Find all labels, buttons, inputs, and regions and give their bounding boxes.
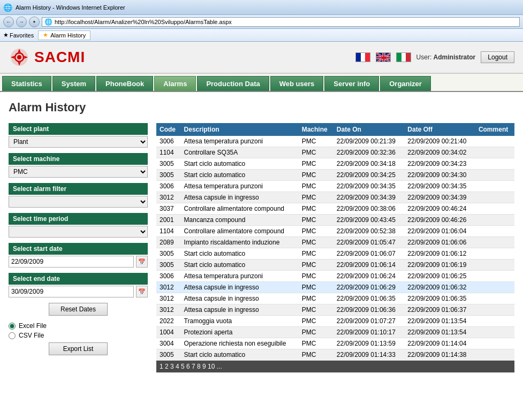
cell-date_on: 22/09/2009 01:13:59 — [333, 338, 405, 349]
pagination[interactable]: 1 2 3 4 5 6 7 8 9 10 ... — [156, 361, 514, 373]
main-content: Alarm History Select plant Plant Select … — [0, 92, 523, 379]
start-date-input[interactable] — [9, 256, 134, 268]
cell-code: 1104 — [156, 147, 181, 158]
plant-select[interactable]: Plant — [9, 136, 148, 148]
cell-code: 1104 — [156, 226, 181, 237]
export-list-button[interactable]: Export List — [49, 342, 108, 355]
tab-web-users[interactable]: Web users — [270, 76, 324, 91]
excel-radio[interactable] — [9, 323, 16, 330]
tab-statistics[interactable]: Statistics — [2, 76, 51, 91]
cell-code: 1004 — [156, 327, 181, 338]
alarm-filter-label: Select alarm filter — [9, 183, 148, 195]
cell-machine: PMC — [299, 203, 333, 215]
cell-description: Protezioni aperta — [181, 327, 299, 338]
stop-button[interactable]: ● — [29, 17, 40, 27]
cell-machine: PMC — [299, 282, 333, 293]
cell-description: Tramoggia vuota — [181, 316, 299, 327]
left-panel: Select plant Plant Select machine PMC Se… — [9, 123, 148, 358]
machine-select[interactable]: PMC — [9, 166, 148, 178]
reset-dates-button[interactable]: Reset Dates — [49, 303, 108, 316]
cell-description: Start ciclo automatico — [181, 158, 299, 170]
tab-organizer[interactable]: Organizer — [380, 76, 431, 91]
cell-comment — [475, 338, 514, 349]
cell-date_off: 22/09/2009 00:46:26 — [404, 215, 475, 226]
cell-comment — [475, 192, 514, 203]
cell-machine: PMC — [299, 237, 333, 248]
cell-description: Attesa capsule in ingresso — [181, 282, 299, 293]
time-period-label: Select time period — [9, 213, 148, 225]
table-body: 3006Attesa temperatura punzoniPMC22/09/2… — [156, 136, 514, 373]
cell-description: Controllare SQ35A — [181, 147, 299, 158]
end-date-row: 📅 — [9, 286, 148, 297]
cell-code: 3005 — [156, 259, 181, 271]
logout-button[interactable]: Logout — [481, 51, 514, 63]
cell-comment — [475, 136, 514, 147]
tab-phonebook[interactable]: PhoneBook — [96, 76, 153, 91]
cell-date_on: 22/09/2009 01:07:27 — [333, 316, 405, 327]
flag-fr[interactable] — [355, 52, 370, 62]
tab-system[interactable]: System — [52, 76, 95, 91]
table-row: 3005Start ciclo automaticoPMC22/09/2009 … — [156, 349, 514, 361]
flag-it[interactable] — [396, 52, 411, 62]
col-description: Description — [181, 123, 299, 136]
forward-button[interactable]: → — [16, 17, 27, 27]
sacmi-logo-icon — [9, 47, 30, 68]
cell-date_off: 22/09/2009 01:14:04 — [404, 338, 475, 349]
select-plant-section: Select plant Plant — [9, 123, 148, 148]
start-date-row: 📅 — [9, 256, 148, 268]
browser-nav: ← → ● 🌐 http://localhost/Alarm/Analizer%… — [0, 15, 523, 29]
tab-server-info[interactable]: Server info — [324, 76, 379, 91]
cell-date_off: 22/09/2009 01:06:19 — [404, 259, 475, 271]
table-row: 3005Start ciclo automaticoPMC22/09/2009 … — [156, 170, 514, 181]
table-row: 3005Start ciclo automaticoPMC22/09/2009 … — [156, 259, 514, 271]
logo-area: SACMI — [9, 47, 85, 68]
start-date-calendar-button[interactable]: 📅 — [136, 256, 148, 268]
col-date-on: Date On — [333, 123, 405, 136]
cell-code: 3006 — [156, 181, 181, 192]
cell-comment — [475, 304, 514, 316]
flag-uk[interactable] — [376, 52, 391, 62]
csv-radio[interactable] — [9, 332, 16, 339]
cell-machine: PMC — [299, 248, 333, 259]
tab-production-data[interactable]: Production Data — [197, 76, 269, 91]
back-button[interactable]: ← — [3, 17, 14, 27]
user-name: Administrator — [434, 54, 476, 61]
end-date-input[interactable] — [9, 286, 134, 297]
cell-code: 3012 — [156, 282, 181, 293]
cell-date_off: 22/09/2009 00:34:30 — [404, 170, 475, 181]
app-header: SACMI Use — [0, 42, 523, 74]
cell-comment — [475, 170, 514, 181]
nav-tabs: Statistics System PhoneBook Alarms Produ… — [0, 74, 523, 92]
cell-date_off: 22/09/2009 01:06:06 — [404, 237, 475, 248]
cell-date_on: 22/09/2009 01:06:36 — [333, 304, 405, 316]
table-row: 3012Attesa capsule in ingressoPMC22/09/2… — [156, 282, 514, 293]
cell-machine: PMC — [299, 316, 333, 327]
plant-label: Select plant — [9, 123, 148, 135]
cell-comment — [475, 215, 514, 226]
cell-date_on: 22/09/2009 01:05:47 — [333, 237, 405, 248]
cell-machine: PMC — [299, 215, 333, 226]
cell-description: Impianto riscaldamento induzione — [181, 237, 299, 248]
cell-code: 3005 — [156, 349, 181, 361]
cell-code: 3005 — [156, 158, 181, 170]
end-date-calendar-button[interactable]: 📅 — [136, 286, 148, 297]
cell-date_off: 22/09/2009 00:46:24 — [404, 203, 475, 215]
cell-code: 2001 — [156, 215, 181, 226]
cell-date_on: 22/09/2009 01:14:33 — [333, 349, 405, 361]
cell-date_off: 22/09/2009 01:14:38 — [404, 349, 475, 361]
time-period-select[interactable] — [9, 226, 148, 238]
alarm-filter-select[interactable] — [9, 196, 148, 208]
page-title: Alarm History — [9, 101, 514, 114]
select-machine-section: Select machine PMC — [9, 153, 148, 178]
cell-date_on: 22/09/2009 01:06:14 — [333, 259, 405, 271]
favorites-button[interactable]: ★ Favorites — [3, 32, 34, 39]
cell-date_off: 22/09/2009 01:06:04 — [404, 226, 475, 237]
table-row: 3037Controllare alimentatore compoundPMC… — [156, 203, 514, 215]
cell-date_on: 22/09/2009 01:06:07 — [333, 248, 405, 259]
start-date-section: Select start date 📅 — [9, 243, 148, 268]
select-alarm-filter-section: Select alarm filter — [9, 183, 148, 208]
address-bar[interactable]: 🌐 http://localhost/Alarm/Analizer%20In%2… — [42, 17, 520, 27]
tab-alarms[interactable]: Alarms — [154, 76, 196, 91]
cell-date_off: 22/09/2009 01:06:12 — [404, 248, 475, 259]
cell-comment — [475, 259, 514, 271]
